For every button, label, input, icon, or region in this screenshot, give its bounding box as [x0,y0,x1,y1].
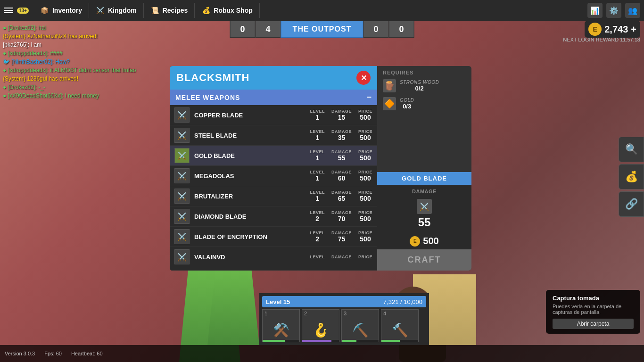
weapon-icon-megadolas: ⚔️ [174,168,190,183]
age-badge: 13+ [17,8,29,14]
weapon-name-megadolas: MEGADOLAS [194,173,310,180]
price-row: E 500 [377,233,471,249]
score-left: 0 [230,21,256,38]
share-side-button[interactable]: 🔗 [619,191,644,217]
weapon-name-copper-blade: COPPER BLADE [194,112,310,119]
login-reward-row: NEXT LOGIN REWARD 11:57:18 [563,37,640,42]
hud-tan-shape [429,274,476,345]
capture-description: Puedes verla en la carpeta de capturas d… [553,304,634,315]
weapon-icon-brutalizer: ⚔️ [174,189,190,204]
hud-slot-3[interactable]: 3 ⛏️ [341,309,379,342]
capture-title: Captura tomada [553,295,634,302]
requires-title: REQUIRES [383,70,466,75]
hud-slot-bar-fill-2 [302,340,331,342]
hud-slot-2[interactable]: 2 🪝 [302,309,339,342]
chat-line-1: ● [Drokez02]: hai [3,24,167,32]
hud-slot-num-3: 3 [344,311,347,316]
req-gold-name: GOLD [400,98,414,103]
hud-slot-icon-2: 🪝 [313,322,329,338]
weapon-row-gold-blade[interactable]: ⚔️ GOLD BLADE LEVEL1 DAMAGE55 PRICE500 [170,146,377,166]
dialog-title: BLACKSMITH [176,72,249,84]
damage-value: 55 [383,216,466,229]
gold-req-icon: 🔶 [383,97,396,110]
weapon-row-copper-blade[interactable]: ⚔️ COPPER BLADE LEVEL1 DAMAGE15 PRICE500 [170,105,377,125]
weapon-name-brutalizer: BRUTALIZER [194,193,310,200]
hud-slot-icon-1: ⚒️ [273,322,289,338]
nav-robux-label: Robux Shop [214,7,252,14]
hud-green-shape [207,270,259,345]
weapon-row-brutalizer[interactable]: ⚔️ BRUTALIZER LEVEL1 DAMAGE65 PRICE500 [170,186,377,206]
hud-slot-num-4: 4 [383,311,386,316]
search-side-button[interactable]: 🔍 [619,137,644,162]
gold-plus-button[interactable]: + [631,24,636,35]
search-side-icon: 🔍 [625,143,638,156]
weapon-name-blade-encryption: BLADE OF ENCRYPTION [194,233,310,240]
heartbeat-text: Heartbeat: 60 [71,351,103,356]
hud-slot-bar-fill-3 [342,340,356,342]
weapon-name-gold-blade: GOLD BLADE [194,152,310,159]
settings-button[interactable]: ⚙️ [606,3,621,18]
fps-text: Fps: 60 [44,351,62,356]
damage-sword-icon: ⚔️ [417,199,432,214]
weapon-icon-diamond-blade: ⚔️ [174,209,190,224]
blacksmith-main-panel: BLACKSMITH ✕ MELEE WEAPONS − ⚔️ COPPER B… [170,66,377,271]
gold-display: E 2,743 + [585,21,640,38]
damage-section: DAMAGE ⚔️ 55 [377,185,471,233]
weapon-row-megadolas[interactable]: ⚔️ MEGADOLAS LEVEL1 DAMAGE60 PRICE500 [170,166,377,186]
req-item-strongwood: 🪵 STRONG WOOD 0/2 [383,79,466,92]
nav-kingdom-label: Kingdom [108,7,137,14]
robux-icon: 💰 [201,6,211,15]
bottom-bar: Version 3.0.3 Fps: 60 Heartbeat: 60 [0,345,644,362]
price-value: 500 [423,236,438,247]
hud-slot-4[interactable]: 4 🔨 [381,309,419,342]
hud-slot-bar-fill-1 [263,340,285,342]
weapon-row-valainvd[interactable]: ⚔️ VALAINVD LEVEL DAMAGE PRICE [170,247,377,271]
bottom-hud: Level 15 7,321 / 10,000 1 ⚒️ 2 🪝 3 ⛏️ 4 … [207,270,476,345]
section-title: MELEE WEAPONS [175,94,240,101]
hud-slot-bar-fill-4 [381,340,400,342]
damage-label: DAMAGE [383,189,466,194]
shop-side-button[interactable]: 💰 [619,164,644,189]
weapon-row-diamond-blade[interactable]: ⚔️ DIAMOND BLADE LEVEL2 DAMAGE70 PRICE50… [170,206,377,227]
blacksmith-dialog: BLACKSMITH ✕ MELEE WEAPONS − ⚔️ COPPER B… [170,66,471,271]
nav-recipes[interactable]: 📜 Recipes [144,3,195,18]
dialog-close-button[interactable]: ✕ [356,71,371,85]
hud-center: Level 15 7,321 / 10,000 1 ⚒️ 2 🪝 3 ⛏️ 4 … [259,293,429,345]
hud-slot-num-1: 1 [264,311,267,316]
section-collapse-button[interactable]: − [366,92,372,102]
weapon-icon-blade-encryption: ⚔️ [174,229,190,244]
nav-kingdom[interactable]: ⚔️ Kingdom [89,3,144,18]
players-button[interactable]: 👥 [625,3,640,18]
req-item-gold: 🔶 GOLD 0/3 [383,97,466,110]
score-right1: 0 [363,21,388,38]
dialog-header: BLACKSMITH ✕ [170,66,377,90]
hud-slots: 1 ⚒️ 2 🪝 3 ⛏️ 4 🔨 [262,309,426,342]
req-strongwood-count: 0/2 [415,85,424,92]
craft-button[interactable]: CRAFT [377,249,471,271]
weapon-icon-valainvd: ⚔️ [174,249,190,264]
weapon-icon-gold-blade: ⚔️ [174,148,190,163]
nav-inventory[interactable]: 📦 Inventory [33,3,89,18]
hamburger-menu[interactable] [4,8,13,13]
hud-slot-1[interactable]: 1 ⚒️ [262,309,300,342]
capture-open-folder-button[interactable]: Abrir carpeta [553,319,634,329]
weapon-name-steel-blade: STEEL BLADE [194,132,310,139]
chat-line-6: ● [xdroppddeadx]: it ALMOST didnt censor… [3,66,167,74]
chat-panel: ● [Drokez02]: hai {System} XzNathanziNzX… [0,21,170,103]
chat-line-8: ● [Drokez02]: -_- [3,83,167,91]
nav-robux-shop[interactable]: 💰 Robux Shop [195,3,259,18]
section-header: MELEE WEAPONS − [170,90,377,105]
weapon-row-steel-blade[interactable]: ⚔️ STEEL BLADE LEVEL1 DAMAGE35 PRICE500 [170,125,377,146]
stats-button[interactable]: 📊 [587,3,603,18]
price-coin-icon: E [410,236,420,247]
score-right2: 0 [388,21,414,38]
weapon-name-valainvd: VALAINVD [194,254,310,261]
chat-line-3: [bka2765]: i am [3,41,167,49]
gold-coin-icon: E [588,23,602,36]
weapon-icon-copper-blade: ⚔️ [174,107,190,123]
weapon-row-blade-encryption[interactable]: ⚔️ BLADE OF ENCRYPTION LEVEL2 DAMAGE75 P… [170,227,377,247]
chat-line-5: 🐦 [NinthBasher02]: How? [3,58,167,66]
recipes-icon: 📜 [150,6,160,15]
kingdom-icon: ⚔️ [96,6,105,15]
login-reward-text: NEXT LOGIN REWARD 11:57:18 [563,37,640,42]
